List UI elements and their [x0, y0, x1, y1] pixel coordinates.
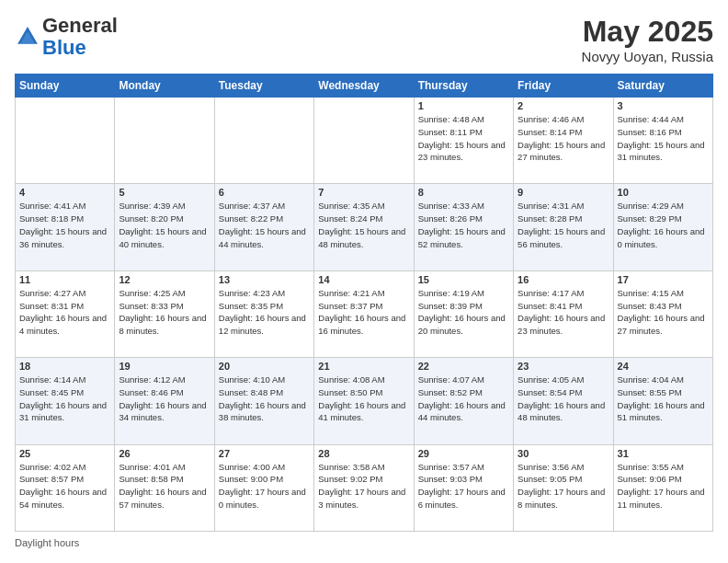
day-number: 24	[618, 361, 709, 372]
day-info: Sunrise: 4:05 AM Sunset: 8:54 PM Dayligh…	[518, 373, 609, 424]
table-row: 7Sunrise: 4:35 AM Sunset: 8:24 PM Daylig…	[314, 184, 414, 270]
header: General Blue May 2025 Novyy Uoyan, Russi…	[15, 15, 713, 64]
logo-icon	[15, 24, 40, 50]
page: General Blue May 2025 Novyy Uoyan, Russi…	[0, 0, 728, 563]
table-row: 30Sunrise: 3:56 AM Sunset: 9:05 PM Dayli…	[514, 444, 613, 531]
day-info: Sunrise: 4:35 AM Sunset: 8:24 PM Dayligh…	[318, 200, 409, 250]
day-info: Sunrise: 4:10 AM Sunset: 8:48 PM Dayligh…	[219, 373, 310, 424]
day-info: Sunrise: 4:48 AM Sunset: 8:11 PM Dayligh…	[418, 113, 509, 164]
day-number: 5	[119, 187, 210, 198]
day-info: Sunrise: 3:58 AM Sunset: 9:02 PM Dayligh…	[318, 461, 409, 511]
day-number: 19	[119, 361, 210, 372]
day-number: 13	[219, 274, 310, 285]
table-row: 4Sunrise: 4:41 AM Sunset: 8:18 PM Daylig…	[16, 184, 115, 270]
table-row	[16, 98, 115, 184]
table-row: 10Sunrise: 4:29 AM Sunset: 8:29 PM Dayli…	[613, 184, 712, 270]
table-row: 26Sunrise: 4:01 AM Sunset: 8:58 PM Dayli…	[115, 444, 214, 531]
table-row: 24Sunrise: 4:04 AM Sunset: 8:55 PM Dayli…	[613, 358, 712, 444]
day-number: 17	[618, 274, 709, 285]
day-info: Sunrise: 4:21 AM Sunset: 8:37 PM Dayligh…	[318, 287, 409, 338]
table-row: 5Sunrise: 4:39 AM Sunset: 8:20 PM Daylig…	[115, 184, 214, 270]
day-info: Sunrise: 4:01 AM Sunset: 8:58 PM Dayligh…	[119, 461, 210, 511]
table-row: 2Sunrise: 4:46 AM Sunset: 8:14 PM Daylig…	[514, 98, 613, 184]
day-number: 16	[518, 274, 609, 285]
table-row: 19Sunrise: 4:12 AM Sunset: 8:46 PM Dayli…	[115, 358, 214, 444]
day-number: 15	[418, 274, 509, 285]
day-number: 28	[318, 448, 409, 459]
day-info: Sunrise: 4:02 AM Sunset: 8:57 PM Dayligh…	[19, 461, 110, 511]
day-info: Sunrise: 4:33 AM Sunset: 8:26 PM Dayligh…	[418, 200, 509, 250]
col-monday: Monday	[115, 75, 214, 98]
day-info: Sunrise: 4:44 AM Sunset: 8:16 PM Dayligh…	[618, 113, 709, 164]
table-row: 15Sunrise: 4:19 AM Sunset: 8:39 PM Dayli…	[414, 270, 513, 357]
day-number: 25	[19, 448, 110, 459]
table-row: 1Sunrise: 4:48 AM Sunset: 8:11 PM Daylig…	[414, 98, 513, 184]
day-number: 9	[518, 187, 609, 198]
col-friday: Friday	[514, 75, 613, 98]
day-number: 10	[618, 187, 709, 198]
col-tuesday: Tuesday	[214, 75, 313, 98]
day-number: 7	[318, 187, 409, 198]
day-number: 4	[19, 187, 110, 198]
day-info: Sunrise: 4:04 AM Sunset: 8:55 PM Dayligh…	[618, 373, 709, 424]
table-row: 16Sunrise: 4:17 AM Sunset: 8:41 PM Dayli…	[514, 270, 613, 357]
table-row: 13Sunrise: 4:23 AM Sunset: 8:35 PM Dayli…	[214, 270, 313, 357]
col-saturday: Saturday	[613, 75, 712, 98]
day-info: Sunrise: 4:46 AM Sunset: 8:14 PM Dayligh…	[518, 113, 609, 164]
col-sunday: Sunday	[16, 75, 115, 98]
day-info: Sunrise: 4:41 AM Sunset: 8:18 PM Dayligh…	[19, 200, 110, 250]
calendar-week-row: 11Sunrise: 4:27 AM Sunset: 8:31 PM Dayli…	[16, 270, 713, 357]
calendar-table: Sunday Monday Tuesday Wednesday Thursday…	[15, 74, 713, 532]
day-number: 1	[418, 100, 509, 111]
day-number: 31	[618, 448, 709, 459]
day-info: Sunrise: 4:12 AM Sunset: 8:46 PM Dayligh…	[119, 373, 210, 424]
table-row	[115, 98, 214, 184]
day-number: 22	[418, 361, 509, 372]
table-row	[314, 98, 414, 184]
table-row: 29Sunrise: 3:57 AM Sunset: 9:03 PM Dayli…	[414, 444, 513, 531]
title-month: May 2025	[582, 15, 713, 49]
table-row: 22Sunrise: 4:07 AM Sunset: 8:52 PM Dayli…	[414, 358, 513, 444]
day-number: 8	[418, 187, 509, 198]
table-row: 3Sunrise: 4:44 AM Sunset: 8:16 PM Daylig…	[613, 98, 712, 184]
day-info: Sunrise: 4:17 AM Sunset: 8:41 PM Dayligh…	[518, 287, 609, 338]
logo-text: General Blue	[42, 15, 118, 59]
day-number: 14	[318, 274, 409, 285]
day-number: 6	[219, 187, 310, 198]
day-info: Sunrise: 4:19 AM Sunset: 8:39 PM Dayligh…	[418, 287, 509, 338]
day-number: 29	[418, 448, 509, 459]
day-number: 3	[618, 100, 709, 111]
day-number: 26	[119, 448, 210, 459]
title-location: Novyy Uoyan, Russia	[582, 49, 713, 64]
calendar-week-row: 1Sunrise: 4:48 AM Sunset: 8:11 PM Daylig…	[16, 98, 713, 184]
day-info: Sunrise: 4:25 AM Sunset: 8:33 PM Dayligh…	[119, 287, 210, 338]
day-number: 23	[518, 361, 609, 372]
calendar-week-row: 25Sunrise: 4:02 AM Sunset: 8:57 PM Dayli…	[16, 444, 713, 531]
day-number: 20	[219, 361, 310, 372]
table-row: 6Sunrise: 4:37 AM Sunset: 8:22 PM Daylig…	[214, 184, 313, 270]
day-info: Sunrise: 3:57 AM Sunset: 9:03 PM Dayligh…	[418, 461, 509, 511]
daylight-hours-label: Daylight hours	[15, 537, 79, 548]
day-info: Sunrise: 4:29 AM Sunset: 8:29 PM Dayligh…	[618, 200, 709, 250]
col-wednesday: Wednesday	[314, 75, 414, 98]
footer-note: Daylight hours	[15, 537, 713, 548]
table-row: 25Sunrise: 4:02 AM Sunset: 8:57 PM Dayli…	[16, 444, 115, 531]
table-row: 31Sunrise: 3:55 AM Sunset: 9:06 PM Dayli…	[613, 444, 712, 531]
day-info: Sunrise: 4:27 AM Sunset: 8:31 PM Dayligh…	[19, 287, 110, 338]
table-row: 9Sunrise: 4:31 AM Sunset: 8:28 PM Daylig…	[514, 184, 613, 270]
table-row: 20Sunrise: 4:10 AM Sunset: 8:48 PM Dayli…	[214, 358, 313, 444]
day-info: Sunrise: 4:07 AM Sunset: 8:52 PM Dayligh…	[418, 373, 509, 424]
logo-general: General	[42, 14, 118, 37]
day-info: Sunrise: 4:14 AM Sunset: 8:45 PM Dayligh…	[19, 373, 110, 424]
day-info: Sunrise: 4:31 AM Sunset: 8:28 PM Dayligh…	[518, 200, 609, 250]
table-row: 18Sunrise: 4:14 AM Sunset: 8:45 PM Dayli…	[16, 358, 115, 444]
day-number: 11	[19, 274, 110, 285]
calendar-week-row: 4Sunrise: 4:41 AM Sunset: 8:18 PM Daylig…	[16, 184, 713, 270]
table-row: 27Sunrise: 4:00 AM Sunset: 9:00 PM Dayli…	[214, 444, 313, 531]
day-info: Sunrise: 4:39 AM Sunset: 8:20 PM Dayligh…	[119, 200, 210, 250]
table-row: 14Sunrise: 4:21 AM Sunset: 8:37 PM Dayli…	[314, 270, 414, 357]
calendar-header-row: Sunday Monday Tuesday Wednesday Thursday…	[16, 75, 713, 98]
table-row: 8Sunrise: 4:33 AM Sunset: 8:26 PM Daylig…	[414, 184, 513, 270]
day-number: 12	[119, 274, 210, 285]
day-number: 18	[19, 361, 110, 372]
